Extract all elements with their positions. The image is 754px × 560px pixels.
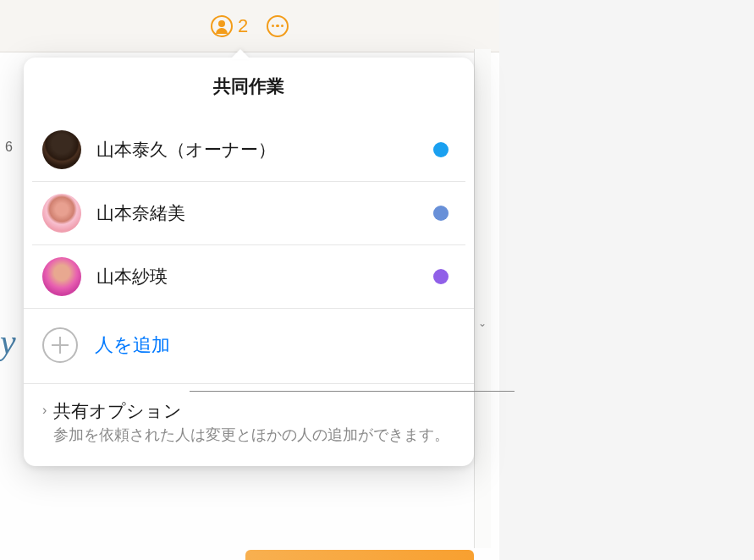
participant-name: 山本奈緒美 <box>96 201 418 225</box>
chevron-right-icon: › <box>42 403 47 446</box>
share-options-description: 参加を依頼された人は変更とほかの人の追加ができます。 <box>53 425 455 446</box>
chevron-down-icon: ⌄ <box>478 317 487 329</box>
add-people-label: 人を追加 <box>95 332 170 358</box>
person-circle-icon <box>211 15 233 37</box>
popover-title: 共同作業 <box>24 58 474 118</box>
inspector-panel <box>474 49 491 548</box>
collaboration-count: 2 <box>238 15 248 37</box>
avatar <box>42 130 81 169</box>
share-options-row[interactable]: › 共有オプション 参加を依頼された人は変更とほかの人の追加ができます。 <box>24 384 474 466</box>
participant-name: 山本紗瑛 <box>96 265 418 288</box>
add-people-button[interactable]: 人を追加 <box>24 308 474 384</box>
presence-dot <box>433 142 449 157</box>
toolbar: 2 <box>0 0 499 52</box>
bottom-gradient-bar <box>245 550 474 560</box>
annotation-line <box>190 391 515 392</box>
participant-row[interactable]: 山本奈緒美 <box>32 182 465 245</box>
background-text: 6 <box>5 140 13 155</box>
presence-dot <box>433 269 449 284</box>
participant-row[interactable]: 山本泰久（オーナー） <box>32 118 465 182</box>
plus-circle-icon <box>42 327 78 363</box>
collaboration-button[interactable]: 2 <box>211 15 248 37</box>
avatar <box>42 257 81 296</box>
share-options-title: 共有オプション <box>53 399 455 423</box>
participant-name: 山本泰久（オーナー） <box>96 138 418 162</box>
popover-arrow <box>230 49 250 59</box>
background-cursive: y <box>0 321 16 362</box>
presence-dot <box>433 206 449 221</box>
participant-row[interactable]: 山本紗瑛 <box>32 245 465 308</box>
collaboration-popover: 共同作業 山本泰久（オーナー） 山本奈緒美 山本紗瑛 人を追加 › 共有オプショ… <box>24 58 474 466</box>
participant-list: 山本泰久（オーナー） 山本奈緒美 山本紗瑛 <box>24 118 474 308</box>
more-icon[interactable] <box>267 15 289 37</box>
avatar <box>42 194 81 233</box>
share-options-content: 共有オプション 参加を依頼された人は変更とほかの人の追加ができます。 <box>53 399 455 446</box>
